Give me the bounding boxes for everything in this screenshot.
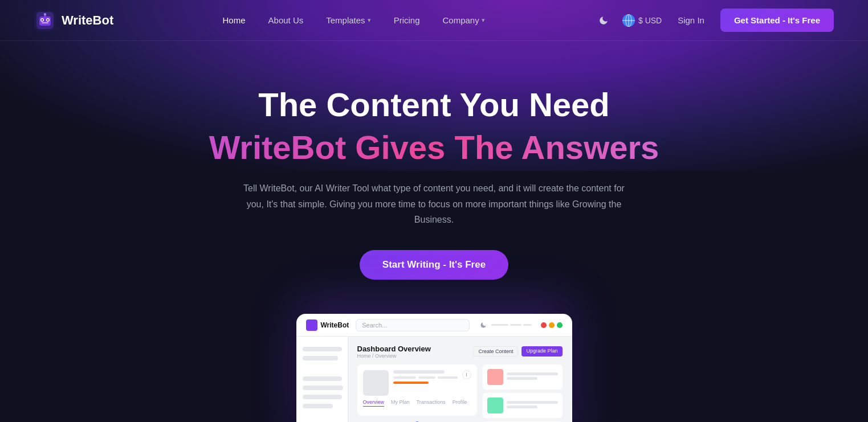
dashboard-avatar <box>363 370 389 396</box>
dashboard-top-actions <box>480 322 563 329</box>
dashboard-mini-card-2 <box>483 393 563 418</box>
dashboard-logo-icon <box>306 319 317 331</box>
svg-point-6 <box>47 19 49 21</box>
dashboard-profile-stats <box>393 376 458 379</box>
hero-title-line2: WriteBot Gives The Answers <box>23 128 845 167</box>
window-close-btn[interactable] <box>541 322 547 328</box>
sidebar-item[interactable] <box>303 395 342 399</box>
dashboard-title: Dashboard Overview <box>357 345 431 353</box>
dashboard-progress-bars <box>491 324 532 326</box>
sidebar-item[interactable] <box>303 347 342 351</box>
nav-actions: $ USD Sign In Get Started - It's Free <box>594 9 834 32</box>
dashboard-topbar: WriteBot Search... <box>297 314 572 337</box>
tab-myplan[interactable]: My Plan <box>391 399 410 407</box>
dashboard-right-panel <box>483 364 563 422</box>
hero-section: The Content You Need WriteBot Gives The … <box>0 41 868 314</box>
dark-mode-toggle[interactable] <box>594 11 613 30</box>
writebot-logo-icon <box>34 10 56 31</box>
mini-card-lines-1 <box>507 372 558 382</box>
dashboard-profile-row <box>363 370 471 396</box>
dashboard-title-area: Dashboard Overview Home / Overview <box>357 345 431 359</box>
sidebar-item[interactable] <box>303 376 342 381</box>
svg-rect-7 <box>42 22 48 23</box>
dashboard-illustration <box>357 419 477 422</box>
dashboard-left-panel: Overview My Plan Transactions Profile <box>357 364 477 422</box>
tab-transactions[interactable]: Transactions <box>417 399 446 407</box>
dashboard-content-grid: Overview My Plan Transactions Profile <box>357 364 563 422</box>
nav-home[interactable]: Home <box>214 11 255 30</box>
templates-chevron-icon: ▾ <box>368 17 371 24</box>
dashboard-main-card: Overview My Plan Transactions Profile <box>357 364 477 416</box>
dashboard-breadcrumb: Home / Overview <box>357 353 431 359</box>
dashboard-create-btn[interactable]: Create Content <box>473 346 518 357</box>
window-minimize-btn[interactable] <box>549 322 555 328</box>
get-started-button[interactable]: Get Started - It's Free <box>720 9 834 32</box>
dashboard-brand-name: WriteBot <box>321 321 349 329</box>
dashboard-upgrade-btn[interactable]: Upgrade Plan <box>521 346 562 357</box>
mini-card-line <box>507 377 537 380</box>
dashboard-logo: WriteBot <box>306 319 349 331</box>
flag-icon <box>622 14 635 27</box>
nav-templates[interactable]: Templates ▾ <box>317 11 380 30</box>
moon-icon <box>598 15 609 26</box>
window-maximize-btn[interactable] <box>557 322 563 328</box>
dashboard-sidebar <box>297 337 348 422</box>
mini-card-color-2 <box>487 398 503 413</box>
window-controls <box>541 322 563 328</box>
sidebar-item[interactable] <box>303 404 333 408</box>
nav-company[interactable]: Company ▾ <box>433 11 494 30</box>
dashboard-actions: Create Content Upgrade Plan <box>473 346 562 357</box>
dashboard-profile-info <box>393 370 458 384</box>
company-chevron-icon: ▾ <box>482 17 485 24</box>
nav-about[interactable]: About Us <box>259 11 313 30</box>
dashboard-body: Dashboard Overview Home / Overview Creat… <box>297 337 572 422</box>
dashboard-orange-bar <box>393 382 429 384</box>
dashboard-search[interactable]: Search... <box>356 319 470 331</box>
sidebar-item[interactable] <box>303 356 338 360</box>
nav-pricing[interactable]: Pricing <box>385 11 429 30</box>
svg-point-9 <box>44 13 46 15</box>
mini-card-lines-2 <box>507 401 558 410</box>
sidebar-item[interactable] <box>303 386 343 390</box>
mini-card-line <box>507 405 537 408</box>
dashboard-main: Dashboard Overview Home / Overview Creat… <box>348 337 572 422</box>
logo[interactable]: WriteBot <box>34 10 113 31</box>
dashboard-info-icon <box>462 370 471 379</box>
dashboard-mini-card-1 <box>483 364 563 390</box>
tab-profile[interactable]: Profile <box>453 399 467 407</box>
hero-title-line1: The Content You Need <box>23 87 845 123</box>
nav-links: Home About Us Templates ▾ Pricing Compan… <box>214 11 494 30</box>
svg-point-5 <box>42 19 43 21</box>
dashboard-moon-icon <box>480 322 487 329</box>
language-currency-selector[interactable]: $ USD <box>622 14 662 27</box>
mini-card-line <box>507 401 558 404</box>
dashboard-tabs: Overview My Plan Transactions Profile <box>363 399 471 407</box>
mini-card-line <box>507 372 558 375</box>
robot-illustration <box>394 419 440 422</box>
brand-name: WriteBot <box>62 13 113 28</box>
mini-card-color-1 <box>487 369 503 385</box>
dashboard-preview: WriteBot Search... <box>296 314 572 422</box>
hero-subtitle: Tell WriteBot, our AI Writer Tool what t… <box>241 181 628 227</box>
tab-overview[interactable]: Overview <box>363 399 385 407</box>
sign-in-button[interactable]: Sign In <box>671 12 711 28</box>
dashboard-profile-line1 <box>393 370 445 374</box>
start-writing-button[interactable]: Start Writing - It's Free <box>360 250 508 280</box>
dashboard-header-row: Dashboard Overview Home / Overview Creat… <box>357 345 563 359</box>
navbar: WriteBot Home About Us Templates ▾ Prici… <box>0 0 868 41</box>
